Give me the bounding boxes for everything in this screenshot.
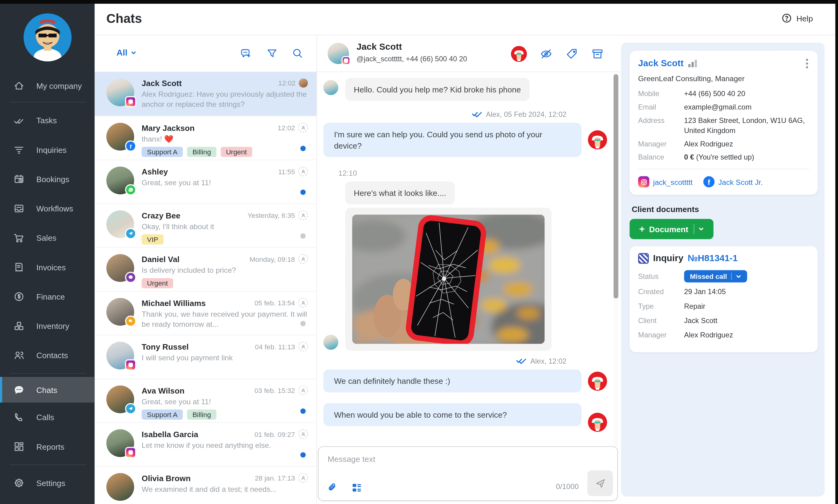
inquiry-field-row: Type Repair [638,301,809,311]
phone-icon [14,412,25,423]
chat-list-item-ashley[interactable]: Ashley 11:55 Great, see you at 11! [95,160,317,203]
sidebar-item-label: Chats [36,385,57,395]
chat-list-item-olivia-brown[interactable]: Olivia Brown 28 jan. 17:13 We examined i… [95,466,317,504]
sidebar-item-settings[interactable]: Settings [0,468,95,498]
sidebar-item-label: Workflows [36,204,73,213]
sidebar-item-finance[interactable]: Finance [0,282,95,311]
inquiry-type-icon [638,253,649,264]
kebab-menu[interactable] [805,58,809,70]
message-bubble: Hello. Could you help me? Kid broke his … [345,78,530,101]
message-input[interactable]: Message text [328,454,375,464]
chat-name: Michael Williams [142,298,206,307]
client-name-link[interactable]: Jack Scott [638,58,684,69]
inquiry-card: Inquiry №H81341-1 Status Missed call [630,246,818,353]
sidebar-item-chats[interactable]: Chats [0,377,95,403]
incoming-photo-message [323,208,611,353]
inquiry-number-link[interactable]: №H81341-1 [688,253,738,264]
time-divider: 12:10 [338,169,611,177]
sidebar-item-reports[interactable]: Reports [0,432,95,461]
unread-dot [301,146,306,151]
sidebar-item-invoices[interactable]: Invoices [0,253,95,282]
search-icon[interactable] [292,48,304,59]
chat-time: 28 jan. 17:13 [255,474,295,482]
chat-filter-dropdown[interactable]: All [117,48,137,58]
gear-icon [14,478,25,489]
inquiry-field-row: Status Missed call [638,270,809,283]
send-button[interactable] [587,470,613,496]
tag: Support A [142,410,183,419]
tag-icon[interactable] [566,47,578,60]
pill-divider [731,273,732,280]
unassigned-icon [298,123,308,133]
canned-response-icon[interactable] [351,482,362,493]
chat-list-item-tony-russel[interactable]: Tony Russel 04 feb. 11:13 I will send yo… [95,335,317,379]
attach-file-icon[interactable] [327,482,338,493]
chat-list-toolbar: All [95,35,317,72]
incoming-message: Here's what it looks like.... [323,181,611,204]
sidebar-item-inquiries[interactable]: Inquiries [0,135,95,164]
sidebar-item-my-company[interactable]: My company [0,72,95,99]
chat-list-item-isabella-garcia[interactable]: Isabella Garcia 01 feb. 09:27 Let me kno… [95,422,317,466]
sidebar-item-label: Finance [36,292,65,301]
chevron-down-icon [698,227,704,232]
chat-preview: Is delivery included to price? [142,266,308,275]
facebook-badge-icon: f [125,140,137,151]
read-check-icon [472,111,482,118]
app-window: My company Tasks Inquiries Bookings Work… [0,0,838,504]
facebook-icon: f [703,176,715,187]
sidebar: My company Tasks Inquiries Bookings Work… [0,0,95,504]
sidebar-item-sales[interactable]: Sales [0,223,95,253]
content: All Jack Scott [95,35,836,504]
sidebar-item-label: Tasks [36,116,57,125]
chat-name: Olivia Brown [142,473,191,482]
add-document-button[interactable]: + Document [630,219,714,239]
chat-list-item-daniel-val[interactable]: Daniel Val Monday, 09:18 Is delivery inc… [95,247,317,291]
sidebar-item-label: Settings [36,479,65,487]
message-composer[interactable]: Message text 0/1000 [318,446,618,501]
client-documents-heading: Client documents [632,204,825,214]
archive-icon[interactable] [591,47,604,60]
sidebar-item-calls[interactable]: Calls [0,403,95,432]
unassigned-icon [298,254,308,264]
user-avatar[interactable] [23,14,71,61]
incoming-message: Hello. Could you help me? Kid broke his … [323,78,611,101]
chat-preview: Great, see you at 11! [142,397,308,407]
instagram-profile-link[interactable]: jack_scottttt [638,176,692,187]
button-divider [694,224,694,234]
tag: Urgent [221,147,252,157]
tag: Support A [142,147,183,157]
hide-eye-icon[interactable] [540,47,553,60]
chat-time: 01 feb. 09:27 [254,430,295,438]
sidebar-item-tasks[interactable]: Tasks [0,106,95,135]
home-icon [14,80,25,91]
chat-list-item-ava-wilson[interactable]: Ava Wilson 03 feb. 15:32 Great, see you … [95,379,317,422]
chat-name: Ava Wilson [142,385,185,395]
facebook-profile-link[interactable]: f Jack Scott Jr. [703,176,763,187]
filter-icon[interactable] [266,48,278,59]
unassigned-icon [298,211,308,220]
chat-list-item-michael-williams[interactable]: Michael Williams 05 feb. 13:54 Thank you… [95,291,317,335]
boxes-icon [14,320,25,331]
new-chat-icon[interactable] [241,48,253,59]
chat-name: Jack Scott [142,78,182,88]
help-button[interactable]: Help [782,13,813,23]
tag: Billing [187,147,217,157]
broken-phone-photo[interactable] [352,215,545,344]
scrollbar-thumb[interactable] [614,74,618,299]
sender-avatar [323,80,338,95]
sidebar-item-bookings[interactable]: Bookings [0,164,95,194]
message-bubble: When would you be able to come to the se… [323,403,581,426]
status-dropdown[interactable]: Missed call [684,270,747,283]
assigned-bot-avatar[interactable] [511,46,527,62]
chat-list-item-jack-scott[interactable]: Jack Scott 12:02 Alex Rodriguez: Have yo… [95,72,317,116]
tray-icon [14,203,25,214]
sidebar-item-inventory[interactable]: Inventory [0,311,95,341]
client-card: Jack Scott GreenLeaf Consulting, Manager… [630,51,818,195]
unassigned-icon [298,385,308,395]
messages-scrollbar[interactable] [614,73,618,447]
chat-list-item-crazy-bee[interactable]: Crazy Bee Yesterday, 6:35 Okay, I'll thi… [95,203,317,248]
sidebar-item-contacts[interactable]: Contacts [0,341,95,370]
chat-time: 11:55 [278,167,295,176]
sidebar-item-workflows[interactable]: Workflows [0,194,95,223]
chat-list-item-mary-jackson[interactable]: f Mary Jackson 12:02 thanx! ❤️ Support A… [95,116,317,160]
